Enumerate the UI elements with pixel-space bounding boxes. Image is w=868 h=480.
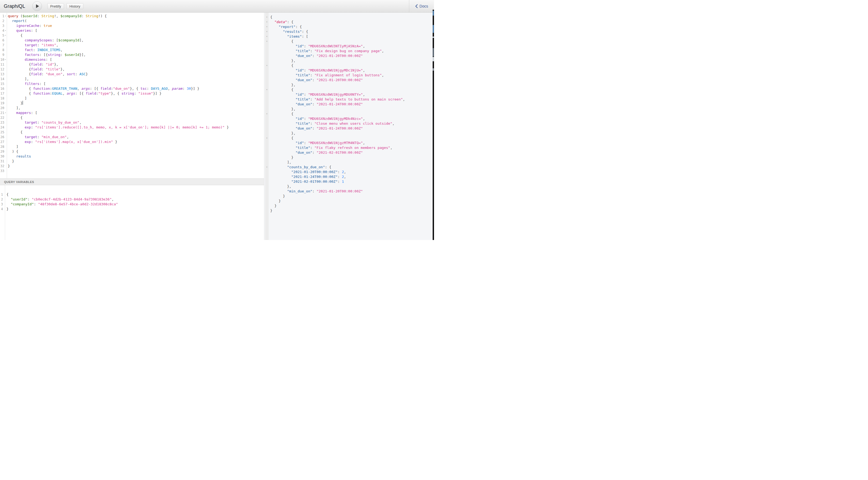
code-line: 17 { function:EQUAL, args: [{ field:"typ… [0,91,264,96]
fold-arrow-icon [4,144,7,149]
code-line: "due_on": "2021-02-01T00:00:00Z" [264,150,434,155]
line-number: 9 [0,53,4,57]
query-editor[interactable]: 1▾query ($userId: String!, $companyId: S… [0,13,264,179]
line-number: 19 [0,101,4,106]
code-line: 1▾query ($userId: String!, $companyId: S… [0,14,264,19]
line-number: 7 [0,43,4,47]
fold-arrow-icon[interactable]: ▾ [265,63,269,68]
code-line: "title": "Fix design bug on company page… [264,49,434,54]
query-variables-editor[interactable]: 1{2 "userId": "cb0ec8cf-4d2b-4123-84d4-9… [0,185,264,240]
code-text: "title": "Fix alignment of login buttons… [269,73,384,78]
code-text: "2021-01-24T00:00:00Z": 2, [269,174,346,179]
screen-edge-segment [433,57,434,61]
fold-arrow-icon[interactable]: ▾ [265,136,269,140]
line-number: 23 [0,120,4,125]
fold-arrow-icon [265,131,269,136]
code-text: } [269,199,281,203]
code-line: 11 {field: "id"}, [0,62,264,67]
code-text: "items": [ [269,34,308,39]
line-number: 28 [0,144,4,149]
code-line: ▾{ [264,15,434,20]
fold-arrow-icon[interactable]: ▾ [4,110,7,115]
fold-arrow-icon [265,102,269,107]
fold-arrow-icon [4,159,7,164]
fold-arrow-icon [4,130,7,135]
line-number: 12 [0,67,4,72]
docs-link[interactable]: Docs [409,0,434,12]
code-line: 5▾ { [0,33,264,38]
fold-arrow-icon[interactable]: ▾ [4,57,7,62]
fold-arrow-icon [265,78,269,83]
code-line: } [264,155,434,160]
code-line: 15 filters: [ [0,82,264,86]
code-line: "title": "Add help texts to buttons on m… [264,97,434,102]
line-number: 33 [0,168,4,173]
code-line: }, [264,107,434,111]
code-line: "due_on": "2021-01-20T00:00:00Z" [264,78,434,83]
line-number: 30 [0,154,4,159]
code-line: 30 results [0,154,264,159]
code-line: "title": "Fix flaky refresh on members p… [264,146,434,150]
code-line: 27 exp: "rs['items'].map(x, x['due_on'])… [0,139,264,144]
code-text: { function:EQUAL, args: [{ field:"type"}… [7,91,161,96]
code-text: exp: "rs['items'].map(x, x['due_on']).mi… [7,139,117,144]
fold-arrow-icon [4,168,7,173]
fold-arrow-icon[interactable]: ▾ [265,87,269,92]
code-text: "id": "MDU6SXNzdWU1NjgyMDk4Nzc=", [269,116,365,121]
response-viewer: ▾{▾ "data": {▾ "report": {▾ "results": {… [264,13,434,213]
fold-arrow-icon[interactable]: ▾ [265,20,269,25]
execute-query-button[interactable] [32,1,42,11]
code-text: } [269,194,285,199]
code-text: } [5,207,9,212]
code-text: exp: "rs['items'].reduce([].to_h, memo, … [7,125,229,130]
fold-arrow-icon[interactable]: ▾ [265,111,269,116]
fold-arrow-icon[interactable]: ▾ [4,14,7,19]
code-line: 32} [0,164,264,168]
code-text: filters: [ [7,82,46,86]
code-line: ▾ "results": { [264,29,434,34]
fold-arrow-icon[interactable]: ▾ [265,34,269,39]
fold-arrow-icon [4,72,7,76]
code-line: 16 { function:GREATER_THAN, args: [{ fie… [0,86,264,91]
code-line: ▾ { [264,136,434,140]
fold-arrow-icon [4,38,7,43]
code-text: { [269,39,293,44]
history-button[interactable]: History [66,3,83,9]
fold-arrow-icon [4,120,7,125]
code-line: 12 {field: "title"}, [0,67,264,72]
fold-arrow-icon[interactable]: ▾ [265,25,269,29]
code-line: "id": "MDU6SXNzdWU1NjgzMTM4NTQ=", [264,140,434,146]
code-text: companyScopes: [$companyId], [7,38,84,43]
fold-arrow-icon[interactable]: ▾ [4,33,7,38]
code-line: } [264,194,434,199]
line-number: 16 [0,86,4,91]
fold-arrow-icon[interactable]: ▾ [265,165,269,169]
code-text: { [7,115,23,120]
query-variables-header[interactable]: QUERY VARIABLES [0,179,264,185]
code-text: { [7,33,23,38]
code-line: 21▾ mappers: [ [0,110,264,115]
fold-arrow-icon [4,62,7,67]
code-line: "due_on": "2021-01-20T00:00:00Z" [264,54,434,58]
fold-arrow-icon [4,164,7,168]
gutter-divider [5,185,5,240]
fold-arrow-icon[interactable]: ▾ [265,29,269,34]
fold-arrow-icon [4,86,7,91]
code-text: { function:GREATER_THAN, args: [{ field:… [7,86,199,91]
fold-arrow-icon[interactable]: ▾ [265,15,269,20]
code-text: "due_on": "2021-01-20T00:00:00Z" [269,78,363,83]
code-text: } [269,208,272,213]
code-text: { [269,111,293,116]
code-text: ) { [7,149,18,154]
prettify-button[interactable]: Prettify [47,3,64,9]
line-number: 24 [0,125,4,130]
code-line: 8 fact: INBOX_ITEMS, [0,47,264,53]
logo-text: QL [19,3,25,9]
fold-arrow-icon[interactable]: ▾ [4,28,7,33]
code-line: 26 target: "min_due_on", [0,135,264,139]
fold-arrow-icon [3,192,5,197]
code-line: "id": "MDU6SXNzdWU1NjgyMDU0NTY=", [264,92,434,97]
code-line: 2 "userId": "cb0ec8cf-4d2b-4123-84d4-9a7… [0,197,264,202]
fold-arrow-icon[interactable]: ▾ [265,39,269,44]
line-number: 5 [0,33,4,38]
